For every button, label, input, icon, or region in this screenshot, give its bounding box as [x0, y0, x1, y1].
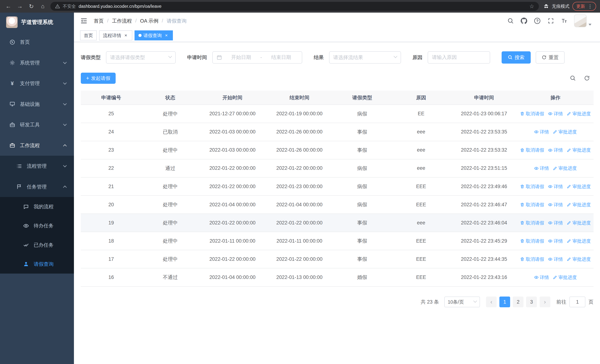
tab-process-detail[interactable]: 流程详情 ×: [99, 30, 132, 40]
cancel-leave-link[interactable]: 取消请假: [520, 238, 544, 244]
browser-back-button[interactable]: ←: [4, 2, 13, 11]
cancel-leave-link[interactable]: 取消请假: [520, 202, 544, 208]
sidebar-item-leave-query[interactable]: 请假查询: [0, 254, 74, 274]
github-icon[interactable]: [521, 18, 527, 24]
table-row[interactable]: 23处理中2022-01-03 00:00:002022-01-26 00:00…: [81, 141, 593, 159]
table-row[interactable]: 21处理中2022-01-22 00:00:002022-01-23 00:00…: [81, 177, 593, 196]
create-leave-button[interactable]: + 发起请假: [81, 73, 116, 84]
browser-menu-icon[interactable]: ⋮: [588, 4, 592, 9]
url-text[interactable]: dashboard.yudao.iocoder.cn/bpm/oa/leave: [79, 4, 527, 9]
detail-link[interactable]: 详情: [548, 220, 563, 226]
detail-link[interactable]: 详情: [548, 111, 563, 117]
search-button[interactable]: 搜索: [502, 51, 531, 64]
goto-page-input[interactable]: [569, 297, 586, 307]
cell-status: 处理中: [141, 201, 199, 208]
cell-actions: 取消请假详情审批进度: [517, 238, 593, 244]
app-logo[interactable]: 芋道管理系统: [0, 13, 74, 32]
table-row[interactable]: 16不通过2022-01-04 00:00:002022-01-13 00:00…: [81, 268, 593, 287]
cancel-leave-link[interactable]: 取消请假: [520, 220, 544, 226]
sidebar-item-system-management[interactable]: 系统管理: [0, 52, 74, 73]
fullscreen-icon[interactable]: [547, 18, 554, 24]
detail-link[interactable]: 详情: [548, 184, 563, 190]
sidebar-item-home[interactable]: 首页: [0, 32, 74, 52]
leave-type-select[interactable]: 请选择请假类型: [106, 51, 176, 64]
prev-page-button[interactable]: ‹: [486, 297, 497, 307]
tab-home[interactable]: 首页: [80, 30, 97, 40]
approval-progress-link[interactable]: 审批进度: [567, 184, 591, 190]
breadcrumb-item-oa-example[interactable]: OA 示例: [140, 18, 158, 24]
page-size-select[interactable]: 10条/页: [444, 297, 480, 307]
search-icon[interactable]: [570, 75, 576, 82]
breadcrumb-item-home[interactable]: 首页: [94, 18, 104, 24]
refresh-icon[interactable]: [584, 75, 590, 82]
sidebar-item-my-processes[interactable]: 我的流程: [0, 197, 74, 216]
table-row[interactable]: 17处理中2022-01-22 00:00:002022-01-22 00:00…: [81, 250, 593, 268]
sidebar-item-infrastructure[interactable]: 基础设施: [0, 94, 74, 114]
start-date-input[interactable]: [224, 55, 258, 60]
approval-progress-link[interactable]: 审批进度: [567, 256, 591, 262]
page-button-3[interactable]: 3: [526, 297, 537, 307]
detail-link[interactable]: 详情: [534, 165, 549, 171]
breadcrumb-item-workflow[interactable]: 工作流程: [112, 18, 132, 24]
approval-progress-link[interactable]: 审批进度: [567, 202, 591, 208]
page-button-1[interactable]: 1: [499, 297, 510, 307]
detail-link[interactable]: 详情: [548, 147, 563, 153]
approval-progress-link[interactable]: 审批进度: [553, 129, 577, 135]
sidebar-collapse-icon[interactable]: [80, 17, 88, 25]
date-range-picker[interactable]: -: [212, 51, 302, 64]
next-page-button[interactable]: ›: [540, 297, 550, 307]
browser-reload-button[interactable]: ↻: [27, 2, 36, 11]
table-row[interactable]: 24已取消2022-01-03 00:00:002022-01-26 00:00…: [81, 123, 593, 141]
approval-progress-link[interactable]: 审批进度: [567, 238, 591, 244]
sidebar-item-task-management[interactable]: 任务管理: [0, 177, 74, 197]
table-row[interactable]: 20处理中2022-01-04 00:00:002022-01-04 00:00…: [81, 196, 593, 214]
browser-home-button[interactable]: ⌂: [38, 2, 47, 11]
detail-link[interactable]: 详情: [548, 256, 563, 262]
cancel-leave-link[interactable]: 取消请假: [520, 147, 544, 153]
reset-button[interactable]: 重置: [536, 51, 565, 64]
table-row[interactable]: 25处理中2021-12-27 00:00:002022-01-19 00:00…: [81, 105, 593, 123]
cell-reason: EEE: [391, 274, 451, 280]
page-button-2[interactable]: 2: [513, 297, 524, 307]
end-date-input[interactable]: [264, 55, 298, 60]
table-row[interactable]: 22通过2022-01-22 00:00:002022-01-22 00:00:…: [81, 159, 593, 177]
result-select[interactable]: 请选择流结果: [329, 51, 401, 64]
avatar[interactable]: [574, 14, 587, 27]
cell-type: 病假: [333, 183, 392, 190]
reason-input[interactable]: [428, 51, 490, 64]
search-icon[interactable]: [507, 18, 514, 24]
detail-link[interactable]: 详情: [534, 129, 549, 135]
address-bar[interactable]: 不安全 dashboard.yudao.iocoder.cn/bpm/oa/le…: [50, 2, 539, 10]
help-icon[interactable]: ?: [534, 18, 541, 24]
bookmark-star-icon[interactable]: ☆: [529, 3, 534, 9]
navbar-actions: ?: [507, 14, 592, 27]
approval-progress-link[interactable]: 审批进度: [567, 147, 591, 153]
sidebar-item-process-management[interactable]: 流程管理: [0, 156, 74, 177]
cancel-leave-link[interactable]: 取消请假: [520, 256, 544, 262]
user-menu[interactable]: [574, 14, 591, 27]
logo-image: [6, 17, 18, 28]
sidebar-item-payment-management[interactable]: ¥ 支付管理: [0, 73, 74, 94]
sidebar-item-todo-tasks[interactable]: 待办任务: [0, 216, 74, 235]
close-icon[interactable]: ×: [123, 33, 129, 38]
detail-link[interactable]: 详情: [534, 274, 549, 280]
page-unit-label: 页: [589, 299, 593, 305]
approval-progress-link[interactable]: 审批进度: [553, 274, 577, 280]
browser-forward-button[interactable]: →: [15, 2, 25, 11]
sidebar-item-done-tasks[interactable]: 已办任务: [0, 235, 74, 254]
close-icon[interactable]: ×: [164, 33, 169, 38]
approval-progress-link[interactable]: 审批进度: [553, 165, 577, 171]
tab-leave-query[interactable]: 请假查询 ×: [134, 30, 173, 40]
detail-link[interactable]: 详情: [548, 238, 563, 244]
table-row[interactable]: 18处理中2022-01-11 00:00:002022-01-11 00:00…: [81, 232, 593, 250]
sidebar-item-workflow[interactable]: 工作流程: [0, 135, 74, 156]
font-size-icon[interactable]: [561, 18, 568, 24]
approval-progress-link[interactable]: 审批进度: [567, 111, 591, 117]
approval-progress-link[interactable]: 审批进度: [567, 220, 591, 226]
browser-update-button[interactable]: 更新 ⋮: [572, 2, 596, 10]
cancel-leave-link[interactable]: 取消请假: [520, 184, 544, 190]
cancel-leave-link[interactable]: 取消请假: [520, 111, 544, 117]
sidebar-item-dev-tools[interactable]: 研发工具: [0, 114, 74, 135]
table-row[interactable]: 19处理中2022-01-22 00:00:002022-01-22 00:00…: [81, 214, 593, 232]
detail-link[interactable]: 详情: [548, 202, 563, 208]
